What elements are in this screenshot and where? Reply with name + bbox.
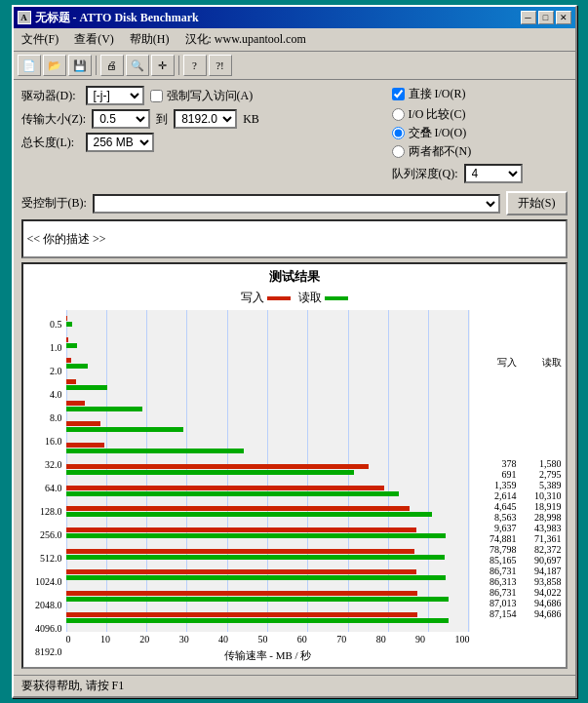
- bar-row: [66, 337, 470, 351]
- x-label: 50: [257, 634, 267, 644]
- read-bar: [66, 470, 354, 475]
- io-exchange-radio[interactable]: [392, 127, 405, 139]
- menu-file[interactable]: 文件(F): [18, 30, 63, 49]
- toolbar-separator-2: [178, 56, 179, 75]
- toolbar: 📄 📂 💾 🖨 🔍 ✛ ? ?!: [14, 52, 575, 80]
- table-row: 8,56328,998: [474, 512, 562, 523]
- total-length-row: 总长度(L): 256 MB: [21, 133, 384, 152]
- x-label: 90: [415, 634, 425, 644]
- write-bar: [66, 527, 416, 532]
- description-area[interactable]: << 你的描述 >>: [21, 219, 568, 258]
- y-label: 2.0: [27, 366, 62, 376]
- read-bar: [66, 449, 244, 453]
- title-buttons: ─ □ ✕: [521, 11, 571, 24]
- data-header: 写入 读取: [474, 356, 562, 370]
- read-bar: [66, 491, 399, 496]
- start-button[interactable]: 开始(S): [506, 191, 568, 215]
- chart-body: 0102030405060708090100 传输速率 - MB / 秒: [66, 310, 470, 663]
- write-value: 378: [476, 458, 517, 469]
- zoom-button[interactable]: 🔍: [126, 55, 149, 76]
- y-label: 8.0: [27, 412, 62, 423]
- window-title: 无标题 - ATTO Disk Benchmark: [35, 10, 199, 26]
- y-label: 128.0: [27, 506, 62, 517]
- read-value: 2,795: [521, 469, 562, 480]
- x-label: 30: [179, 634, 189, 644]
- driver-select[interactable]: [-j-]: [86, 86, 144, 105]
- controlled-by-wrapper: [93, 194, 500, 214]
- bar-row: [66, 401, 470, 414]
- x-label: 40: [218, 634, 228, 644]
- menu-view[interactable]: 查看(V): [70, 30, 118, 49]
- menu-help[interactable]: 帮助(H): [126, 30, 174, 49]
- transfer-unit: KB: [243, 112, 259, 127]
- read-value: 93,858: [521, 576, 562, 587]
- io-compare-radio[interactable]: [392, 108, 405, 121]
- write-bar: [66, 379, 77, 384]
- table-row: 3781,580: [474, 458, 562, 469]
- save-button[interactable]: 💾: [68, 55, 92, 76]
- about-button[interactable]: ?!: [209, 55, 232, 76]
- read-value: 90,697: [521, 555, 562, 566]
- io-radio-group: I/O 比较(C) 交叠 I/O(O) 两者都不(N): [392, 106, 568, 160]
- x-label: 100: [454, 634, 469, 644]
- x-label: 80: [376, 634, 386, 644]
- y-label: 1024.0: [27, 576, 62, 587]
- write-legend: 写入: [241, 290, 291, 306]
- close-button[interactable]: ✕: [556, 11, 571, 24]
- table-row: 87,15494,686: [474, 608, 562, 619]
- layout-button[interactable]: ✛: [151, 55, 175, 76]
- queue-depth-select[interactable]: 4: [464, 164, 523, 183]
- bar-row: [66, 486, 470, 499]
- read-value: 18,919: [521, 501, 562, 512]
- io-none-radio[interactable]: [392, 145, 405, 158]
- chart-y-labels: 0.51.02.04.08.016.032.064.0128.0256.0512…: [27, 310, 62, 663]
- write-bar: [66, 569, 416, 574]
- y-label: 2048.0: [27, 600, 62, 610]
- read-bar: [66, 385, 108, 390]
- print-button[interactable]: 🖨: [100, 55, 124, 76]
- y-label: 256.0: [27, 529, 62, 540]
- read-bar: [66, 575, 446, 580]
- minimize-button[interactable]: ─: [521, 11, 536, 24]
- write-legend-label: 写入: [241, 290, 264, 306]
- transfer-size-label: 传输大小(Z):: [21, 111, 87, 128]
- write-value: 87,154: [476, 608, 517, 619]
- maximize-button[interactable]: □: [538, 11, 554, 24]
- bar-row: [66, 506, 470, 520]
- write-bar: [66, 337, 69, 342]
- queue-depth-wrapper: 4: [464, 164, 523, 183]
- queue-depth-row: 队列深度(Q): 4: [392, 164, 568, 183]
- read-bar: [66, 322, 73, 327]
- transfer-max-select[interactable]: 8192.0: [174, 109, 237, 129]
- new-button[interactable]: 📄: [18, 55, 41, 76]
- data-values: 写入 读取 3781,5806912,7951,3595,3892,61410,…: [474, 310, 562, 663]
- total-length-select[interactable]: 256 MB: [86, 133, 154, 152]
- title-bar: A 无标题 - ATTO Disk Benchmark ─ □ ✕: [14, 7, 575, 28]
- help-button[interactable]: ?: [183, 55, 207, 76]
- results-legend: 写入 读取: [27, 290, 562, 306]
- bar-row: [66, 549, 470, 563]
- table-row: 6912,795: [474, 469, 562, 480]
- read-value: 94,187: [521, 566, 562, 576]
- x-label: 10: [100, 634, 110, 644]
- write-bar: [66, 316, 68, 321]
- x-label: 70: [336, 634, 346, 644]
- write-value: 86,313: [476, 576, 517, 587]
- direct-io-checkbox[interactable]: [392, 88, 405, 100]
- io-options-panel: 直接 I/O(R) I/O 比较(C) 交叠 I/O(O) 两者都不(N): [392, 86, 568, 187]
- transfer-min-select[interactable]: 0.5: [92, 109, 150, 129]
- open-button[interactable]: 📂: [43, 55, 66, 76]
- bar-row: [66, 591, 470, 605]
- y-label: 16.0: [27, 436, 62, 447]
- y-label: 64.0: [27, 483, 62, 493]
- read-legend-label: 读取: [298, 290, 322, 306]
- bar-row: [66, 527, 470, 541]
- write-value: 74,881: [476, 533, 517, 544]
- controlled-by-select[interactable]: [93, 194, 500, 214]
- bar-row: [66, 379, 470, 393]
- total-length-wrapper: 256 MB: [86, 133, 154, 152]
- force-write-checkbox[interactable]: [150, 90, 163, 102]
- read-bar: [66, 533, 447, 538]
- description-text: << 你的描述 >>: [27, 231, 106, 248]
- io-none-row: 两者都不(N): [392, 143, 568, 160]
